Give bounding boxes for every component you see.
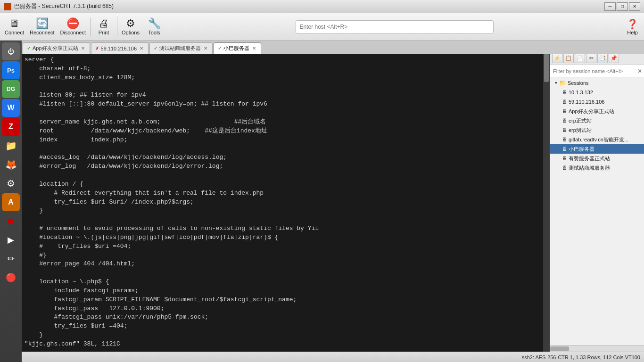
session-properties-btn[interactable]: 📄 — [575, 54, 585, 63]
tree-item-7[interactable]: 🖥 小巴服务器 — [550, 144, 644, 154]
terminal-scrollbar-thumb[interactable] — [544, 54, 549, 82]
window-controls: ─ □ ✕ — [604, 2, 640, 11]
options-label: Options — [122, 30, 140, 35]
session-connect-btn[interactable]: ⚡ — [552, 54, 562, 63]
tab-xb[interactable]: ✓ 小巴服务器 ✕ — [214, 42, 261, 54]
tree-item-5[interactable]: 🖥 erp测试站 — [550, 125, 644, 135]
terminal-content[interactable]: server { charset utf-8; client_max_body_… — [22, 54, 543, 352]
session-icon-5: 🖥 — [561, 127, 567, 133]
tab-ip[interactable]: ✗ 59.110.216.106 ✕ — [91, 42, 149, 54]
tab-label-2: 59.110.216.106 — [101, 46, 137, 51]
session-search-input[interactable] — [550, 65, 636, 77]
titlebar: 巴服务器 - SecureCRT 7.3.1 (build 685) ─ □ ✕ — [0, 0, 644, 13]
session-icon-2: 🖥 — [561, 99, 567, 105]
tab-status-2: ✗ — [95, 46, 99, 51]
session-icon-1: 🖥 — [561, 89, 567, 96]
tree-item-3[interactable]: 🖥 App好友分享正式站 — [550, 107, 644, 116]
help-icon: ❓ — [627, 18, 638, 30]
tree-item-9[interactable]: 🖥 测试站商城服务器 — [550, 163, 644, 173]
tab-label-3: 测试站商城服务器 — [159, 45, 201, 52]
sidebar-icon-a[interactable]: A — [2, 193, 20, 211]
sidebar-icon-folder[interactable]: 📁 — [2, 137, 20, 155]
sidebar-icon-firefox[interactable]: 🦊 — [2, 156, 20, 173]
session-hscrollbar[interactable] — [550, 345, 644, 352]
help-label: Help — [627, 30, 638, 35]
tools-icon: 🔧 — [148, 18, 161, 29]
tab-close-3[interactable]: ✕ — [203, 45, 208, 51]
toolbar-separator-2 — [117, 17, 117, 36]
sidebar-icon-z[interactable]: Z — [2, 118, 20, 136]
tree-item-4[interactable]: 🖥 erp正式站 — [550, 116, 644, 125]
session-sftp-btn[interactable]: 📋 — [563, 54, 574, 63]
tree-label-2: 59.110.216.106 — [569, 99, 604, 105]
tree-label-3: App好友分享正式站 — [569, 108, 614, 115]
status-left: Ready — [4, 354, 522, 360]
sidebar-icon-ps[interactable]: Ps — [2, 61, 20, 79]
disconnect-button[interactable]: ⛔ Disconnect — [58, 15, 89, 39]
tab-test[interactable]: ✓ 测试站商城服务器 ✕ — [149, 42, 213, 54]
statusbar: Ready ssh2: AES-256-CTR 1, 1 33 Rows, 11… — [0, 352, 644, 362]
tools-label: Tools — [148, 30, 160, 35]
session-icon-3: 🖥 — [561, 108, 567, 115]
tab-app[interactable]: ✓ App好友分享正式站 ✕ — [23, 42, 90, 54]
tree-item-6[interactable]: 🖥 gitlab.readtv.cn智能开发... — [550, 135, 644, 144]
sidebar-icon-power[interactable]: ⏻ — [2, 42, 20, 60]
session-hscrollbar-thumb[interactable] — [550, 346, 569, 351]
tab-close-2[interactable]: ✕ — [139, 45, 144, 51]
options-icon: ⚙ — [126, 18, 135, 29]
tab-label-4: 小巴服务器 — [223, 45, 249, 52]
tree-label-sessions: Sessions — [568, 80, 589, 86]
sidebar-icon-red[interactable]: 🔴 — [2, 269, 20, 287]
disconnect-label: Disconnect — [60, 30, 86, 35]
tree-item-root[interactable]: ▼ 📁 Sessions — [550, 78, 644, 88]
connect-icon: 🖥 — [9, 18, 19, 29]
sidebar-icon-dg[interactable]: DG — [2, 80, 20, 98]
main-toolbar: 🖥 Connect 🔄 Reconnect ⛔ Disconnect 🖨 Pri… — [0, 13, 644, 41]
reconnect-button[interactable]: 🔄 Reconnect — [27, 15, 58, 39]
options-button[interactable]: ⚙ Options — [119, 15, 142, 39]
left-sidebar: ⏻ Ps DG W Z 📁 🦊 ⚙ A ⏺ ▶ ✏ 🔴 — [0, 41, 22, 362]
tab-close-4[interactable]: ✕ — [251, 45, 257, 51]
session-panel: Session Manager ◻ ✕ ⚡ 📋 📄 ✂ 📑 📌 ✕ ▼ 📁 Se… — [550, 41, 644, 352]
tree-item-2[interactable]: 🖥 59.110.216.106 — [550, 97, 644, 107]
tab-status-4: ✓ — [218, 46, 222, 51]
session-tree[interactable]: ▼ 📁 Sessions 🖥 10.1.3.132 🖥 59.110.216.1… — [550, 77, 644, 345]
minimize-button[interactable]: ─ — [604, 2, 616, 11]
terminal-scrollbar[interactable] — [543, 54, 550, 352]
session-toolbar: ⚡ 📋 📄 ✂ 📑 📌 — [550, 52, 644, 65]
session-search-bar[interactable]: ✕ — [550, 65, 644, 77]
tools-button[interactable]: 🔧 Tools — [142, 15, 166, 39]
help-button[interactable]: ❓ Help — [623, 16, 642, 37]
connect-button[interactable]: 🖥 Connect — [2, 15, 27, 39]
session-paste-btn[interactable]: 📌 — [609, 54, 619, 63]
sidebar-icon-settings[interactable]: ⚙ — [2, 174, 20, 192]
close-button[interactable]: ✕ — [629, 2, 640, 11]
sidebar-icon-pen[interactable]: ✏ — [2, 250, 20, 268]
print-label: Print — [99, 30, 109, 35]
session-icon-7: 🖥 — [561, 146, 567, 152]
session-icon-9: 🖥 — [561, 165, 567, 171]
folder-icon: 📁 — [559, 80, 566, 86]
terminal-area: server { charset utf-8; client_max_body_… — [22, 54, 550, 352]
tree-label-5: erp测试站 — [569, 127, 592, 134]
tree-label-4: erp正式站 — [569, 117, 592, 124]
app-icon — [4, 3, 11, 10]
print-button[interactable]: 🖨 Print — [92, 15, 116, 39]
sidebar-icon-terminal[interactable]: ▶ — [2, 231, 20, 249]
sidebar-icon-record[interactable]: ⏺ — [2, 212, 20, 230]
tree-item-1[interactable]: 🖥 10.1.3.132 — [550, 88, 644, 97]
disconnect-icon: ⛔ — [66, 18, 79, 29]
tree-label-8: 有赞服务器正式站 — [569, 155, 610, 162]
sidebar-icon-w[interactable]: W — [2, 99, 20, 117]
tab-status-1: ✓ — [27, 46, 31, 51]
session-cut-btn[interactable]: ✂ — [586, 54, 596, 63]
tab-close-1[interactable]: ✕ — [80, 45, 86, 51]
host-input[interactable] — [296, 20, 494, 33]
maximize-button[interactable]: □ — [617, 2, 628, 11]
session-copy-btn[interactable]: 📑 — [597, 54, 608, 63]
tree-expand-root: ▼ — [554, 81, 558, 85]
tree-item-8[interactable]: 🖥 有赞服务器正式站 — [550, 154, 644, 163]
session-search-clear[interactable]: ✕ — [636, 68, 644, 74]
print-icon: 🖨 — [99, 18, 109, 29]
tree-label-1: 10.1.3.132 — [569, 90, 593, 95]
